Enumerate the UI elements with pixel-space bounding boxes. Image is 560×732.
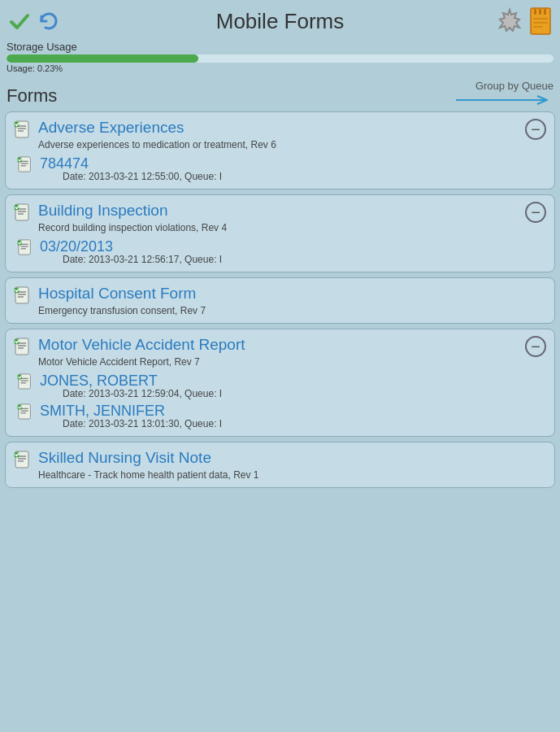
forms-section-title: Forms: [7, 85, 57, 107]
form-subtitle-building-inspection: Record building inspection violations, R…: [38, 222, 546, 233]
entry-value-adverse-experiences-0: 784474: [40, 155, 222, 172]
forms-list: Adverse Experiences Adverse experiences …: [0, 108, 560, 491]
gear-icon[interactable]: [495, 7, 524, 36]
storage-usage-text: Usage: 0.23%: [7, 63, 553, 73]
sdcard-icon[interactable]: [529, 7, 552, 35]
form-icon-hospital-consent: [14, 286, 32, 304]
form-subtitle-hospital-consent: Emergency transfusion consent, Rev 7: [38, 305, 546, 316]
form-card-header-skilled-nursing: Skilled Nursing Visit Note: [14, 449, 546, 468]
form-entry-building-inspection-0[interactable]: 03/20/2013 Date: 2013-03-21 12:56:17, Qu…: [17, 238, 546, 265]
form-icon-motor-vehicle: [14, 338, 32, 355]
entry-icon-adverse-experiences-0: [17, 156, 33, 172]
header-left-icons: [8, 10, 73, 33]
minus-button-motor-vehicle[interactable]: −: [525, 336, 546, 357]
entry-icon-building-inspection-0: [17, 239, 33, 255]
form-card-header-building-inspection: Building Inspection: [14, 202, 546, 221]
form-entries-motor-vehicle: JONES, ROBERT Date: 2013-03-21 12:59:04,…: [14, 373, 546, 429]
form-card-header-hospital-consent: Hospital Consent Form: [14, 285, 546, 304]
entry-value-motor-vehicle-1: SMITH, JENNIFER: [40, 403, 222, 420]
form-card-motor-vehicle[interactable]: Motor Vehicle Accident Report Motor Vehi…: [5, 329, 555, 437]
storage-label: Storage Usage: [7, 41, 553, 53]
header-right-icons: [487, 7, 552, 36]
form-entry-motor-vehicle-0[interactable]: JONES, ROBERT Date: 2013-03-21 12:59:04,…: [17, 373, 546, 399]
svg-rect-2: [534, 9, 536, 15]
group-by-queue-label: Group by Queue: [475, 80, 553, 92]
entry-icon-motor-vehicle-1: [17, 403, 33, 420]
form-title-hospital-consent: Hospital Consent Form: [38, 285, 546, 303]
form-entries-adverse-experiences: 784474 Date: 2013-03-21 12:55:00, Queue:…: [14, 155, 546, 182]
form-title-motor-vehicle: Motor Vehicle Accident Report: [38, 336, 546, 354]
form-entries-building-inspection: 03/20/2013 Date: 2013-03-21 12:56:17, Qu…: [14, 238, 546, 265]
app-title: Mobile Forms: [73, 9, 487, 34]
form-card-skilled-nursing[interactable]: Skilled Nursing Visit Note Healthcare - …: [5, 442, 555, 488]
form-icon-skilled-nursing: [14, 451, 32, 468]
svg-rect-3: [539, 9, 541, 15]
group-by-queue-arrow: [456, 94, 553, 107]
form-subtitle-skilled-nursing: Healthcare - Track home health patient d…: [38, 469, 546, 481]
svg-rect-4: [544, 9, 546, 15]
check-icon[interactable]: [8, 10, 31, 33]
entry-value-building-inspection-0: 03/20/2013: [40, 238, 222, 255]
forms-header: Forms Group by Queue: [0, 75, 560, 108]
form-entry-motor-vehicle-1[interactable]: SMITH, JENNIFER Date: 2013-03-21 13:01:3…: [17, 403, 546, 429]
form-title-adverse-experiences: Adverse Experiences: [38, 119, 546, 137]
form-card-header-motor-vehicle: Motor Vehicle Accident Report: [14, 336, 546, 355]
group-by-queue-control[interactable]: Group by Queue: [456, 80, 553, 107]
form-card-building-inspection[interactable]: Building Inspection Record building insp…: [5, 194, 555, 272]
entry-value-motor-vehicle-0: JONES, ROBERT: [40, 373, 222, 390]
form-icon-adverse-experiences: [14, 120, 32, 138]
form-card-adverse-experiences[interactable]: Adverse Experiences Adverse experiences …: [5, 111, 555, 190]
storage-bar-background: [7, 54, 553, 63]
form-title-building-inspection: Building Inspection: [38, 202, 546, 220]
storage-section: Storage Usage Usage: 0.23%: [0, 39, 560, 75]
form-subtitle-motor-vehicle: Motor Vehicle Accident Report, Rev 7: [38, 356, 546, 368]
entry-meta-adverse-experiences-0: Date: 2013-03-21 12:55:00, Queue: I: [63, 171, 222, 182]
svg-rect-6: [533, 22, 548, 24]
minus-button-adverse-experiences[interactable]: −: [525, 119, 546, 140]
form-icon-building-inspection: [14, 203, 32, 221]
form-subtitle-adverse-experiences: Adverse experiences to medication or tre…: [38, 139, 546, 150]
minus-button-building-inspection[interactable]: −: [525, 202, 546, 223]
svg-rect-7: [533, 26, 543, 28]
form-card-header-adverse-experiences: Adverse Experiences: [14, 119, 546, 138]
form-title-skilled-nursing: Skilled Nursing Visit Note: [38, 449, 546, 467]
entry-meta-motor-vehicle-1: Date: 2013-03-21 13:01:30, Queue: I: [63, 418, 222, 429]
entry-meta-building-inspection-0: Date: 2013-03-21 12:56:17, Queue: I: [63, 254, 222, 265]
refresh-icon[interactable]: [37, 10, 60, 33]
form-card-hospital-consent[interactable]: Hospital Consent Form Emergency transfus…: [5, 277, 555, 324]
storage-bar-fill: [7, 54, 198, 63]
entry-icon-motor-vehicle-0: [17, 373, 33, 390]
app-header: Mobile Forms: [0, 0, 560, 39]
entry-meta-motor-vehicle-0: Date: 2013-03-21 12:59:04, Queue: I: [63, 388, 222, 399]
svg-rect-5: [533, 18, 548, 20]
form-entry-adverse-experiences-0[interactable]: 784474 Date: 2013-03-21 12:55:00, Queue:…: [17, 155, 546, 182]
